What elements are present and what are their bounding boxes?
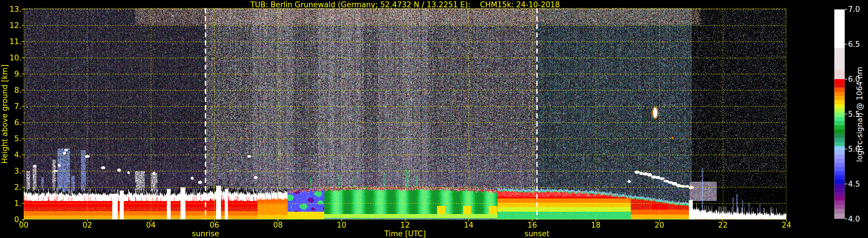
chart-title: TUB: Berlin Grunewald (Germany; 52.4732 … (24, 0, 786, 9)
y-tick-label: 5. (0, 134, 22, 143)
x-tick-label: 12 (392, 221, 418, 229)
colorbar-tick-mark (845, 9, 847, 9)
x-tick-mark (532, 219, 532, 222)
colorbar-tick-label: 4.5 (848, 179, 868, 189)
colorbar-tick-mark (845, 44, 847, 44)
y-tick-label: 6. (0, 118, 22, 127)
sunrise-annotation: sunrise (174, 229, 237, 238)
y-tick-mark (22, 203, 24, 204)
x-tick-mark (786, 219, 787, 222)
y-tick-label: 4. (0, 150, 22, 159)
y-tick-mark (22, 74, 24, 74)
y-tick-label: 3. (0, 167, 22, 175)
heatmap-canvas (24, 8, 786, 219)
y-tick-label: 8. (0, 86, 22, 95)
y-tick-mark (22, 171, 24, 171)
x-tick-mark (341, 219, 342, 222)
colorbar-tick-mark (845, 79, 847, 79)
x-tick-label: 04 (138, 221, 164, 229)
x-tick-label: 22 (710, 221, 736, 229)
x-tick-mark (24, 219, 24, 222)
y-tick-mark (22, 58, 24, 58)
colorbar-tick-mark (845, 114, 847, 114)
ceilometer-quicklook-figure: TUB: Berlin Grunewald (Germany; 52.4732 … (0, 0, 868, 238)
x-tick-mark (468, 219, 469, 222)
x-tick-label: 14 (456, 221, 482, 229)
colorbar-gradient (834, 9, 845, 219)
y-tick-mark (22, 90, 24, 91)
x-tick-mark (595, 219, 596, 222)
colorbar-tick-mark (845, 219, 847, 219)
y-tick-mark (22, 219, 24, 220)
colorbar-label: log(rc-signal) @ 1064 nm (855, 62, 865, 166)
y-tick-mark (22, 155, 24, 155)
x-tick-label: 08 (265, 221, 291, 229)
y-tick-mark (22, 41, 24, 42)
y-tick-label: 10. (0, 54, 22, 62)
x-tick-mark (659, 219, 660, 222)
x-tick-mark (151, 219, 151, 222)
y-tick-label: 9. (0, 70, 22, 78)
y-tick-label: 7. (0, 102, 22, 111)
x-tick-mark (87, 219, 88, 222)
x-tick-label: 06 (201, 221, 227, 229)
colorbar-tick-label: 7.0 (848, 5, 868, 14)
sunset-annotation: sunset (505, 229, 569, 238)
y-tick-mark (22, 25, 24, 26)
y-tick-mark (22, 122, 24, 123)
y-tick-mark (22, 138, 24, 139)
x-tick-mark (722, 219, 723, 222)
colorbar-tick-label: 4.0 (848, 214, 868, 224)
x-tick-mark (214, 219, 215, 222)
x-tick-label: 18 (583, 221, 609, 229)
colorbar-tick-mark (845, 149, 847, 149)
x-tick-label: 16 (519, 221, 545, 229)
y-tick-label: 0. (0, 215, 22, 224)
y-tick-mark (22, 187, 24, 188)
x-tick-mark (278, 219, 278, 222)
colorbar-tick-label: 6.5 (848, 40, 868, 49)
y-tick-label: 13. (0, 5, 22, 13)
x-tick-mark (405, 219, 405, 222)
colorbar-tick-mark (845, 184, 847, 184)
x-tick-label: 02 (74, 221, 100, 229)
y-tick-label: 11. (0, 37, 22, 46)
x-axis-label: Time [UTC] (362, 229, 448, 238)
y-tick-label: 12. (0, 21, 22, 30)
y-tick-mark (22, 106, 24, 107)
y-tick-label: 2. (0, 183, 22, 192)
y-tick-label: 1. (0, 199, 22, 208)
x-tick-label: 24 (773, 221, 800, 229)
x-tick-label: 20 (646, 221, 673, 229)
y-tick-mark (22, 9, 24, 9)
x-tick-label: 10 (329, 221, 354, 229)
